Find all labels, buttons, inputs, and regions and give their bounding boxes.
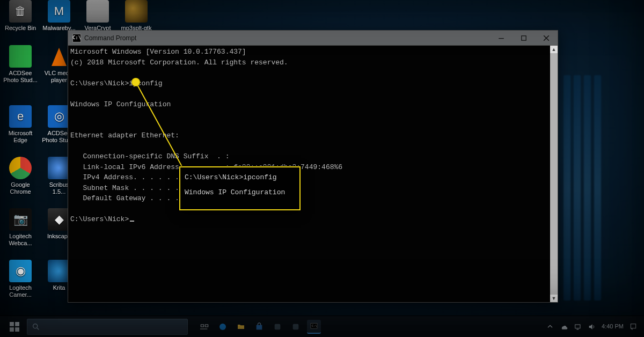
taskbar-clock[interactable]: 4:40 PM — [602, 323, 624, 329]
taskbar-app-edge[interactable] — [216, 320, 230, 334]
desktop-icon-acdsee-photo-stud-[interactable]: ACDSee Photo Stud... — [3, 45, 38, 83]
store-icon — [255, 323, 264, 331]
krita-icon — [48, 260, 70, 282]
volume-icon[interactable] — [588, 323, 596, 331]
edge-icon — [218, 323, 227, 331]
desktop-icon-label: Microsoft Edge — [3, 130, 38, 143]
taskbar-app-store[interactable] — [252, 320, 266, 334]
minimize-icon — [498, 35, 504, 41]
command-prompt-window[interactable]: C:\ Command Prompt Microsoft Windows [Ve… — [68, 30, 558, 303]
desktop-icon-logitech-webca-[interactable]: 📷Logitech Webca... — [3, 208, 38, 246]
terminal-output[interactable]: Microsoft Windows [Version 10.0.17763.43… — [68, 46, 550, 302]
taskbar-search[interactable] — [27, 319, 188, 335]
vlc-icon — [48, 45, 70, 68]
m-icon: M — [48, 0, 70, 23]
window-title: Command Prompt — [84, 34, 136, 42]
system-tray[interactable]: 4:40 PM — [546, 323, 642, 331]
onedrive-icon[interactable] — [560, 323, 568, 331]
close-button[interactable] — [535, 31, 558, 45]
scroll-thumb[interactable] — [550, 53, 558, 295]
scroll-down-arrow[interactable]: ▼ — [550, 295, 558, 302]
taskbar-app-generic2[interactable] — [289, 320, 303, 334]
start-button[interactable] — [2, 316, 27, 337]
svg-rect-0 — [499, 38, 504, 39]
maximize-icon — [521, 35, 527, 41]
tray-chevron-up-icon[interactable] — [546, 323, 554, 331]
svg-rect-18 — [575, 325, 580, 328]
desktop-icon-label: Google Chrome — [3, 181, 38, 195]
zoom-callout: C:\Users\Nick>ipconfig Windows IP Config… — [179, 166, 301, 210]
scroll-up-arrow[interactable]: ▲ — [550, 46, 558, 53]
mp3-icon — [125, 0, 148, 23]
svg-point-12 — [219, 324, 226, 330]
task-view-button[interactable] — [197, 320, 211, 334]
svg-rect-1 — [522, 35, 526, 40]
desktop-icon-label: Recycle Bin — [3, 25, 38, 32]
desktop-icon-veracrypt[interactable]: VeraCrypt — [80, 0, 115, 32]
chrome-icon — [9, 157, 32, 179]
taskbar-app-explorer[interactable] — [234, 320, 248, 334]
minimize-button[interactable] — [490, 31, 513, 45]
desktop-icon-label: ACDSee Photo Stud... — [3, 70, 38, 83]
desktop-icon-label: Logitech Camer... — [3, 284, 38, 298]
svg-rect-5 — [10, 327, 14, 332]
network-icon[interactable] — [574, 323, 582, 331]
svg-rect-13 — [257, 325, 262, 329]
desktop-icon-logitech-camer-[interactable]: ◉Logitech Camer... — [3, 260, 38, 298]
scribus-icon — [48, 157, 70, 179]
acd2-icon: ◎ — [48, 105, 70, 128]
svg-rect-14 — [275, 324, 281, 329]
svg-rect-19 — [576, 329, 579, 329]
taskbar-app-generic1[interactable] — [270, 320, 284, 334]
titlebar[interactable]: C:\ Command Prompt — [68, 31, 558, 46]
callout-line1: C:\Users\Nick>ipconfig — [185, 173, 295, 182]
taskbar[interactable]: C:\ 4:40 PM — [0, 316, 644, 337]
desktop-icon-label: Logitech Webca... — [3, 233, 38, 246]
svg-rect-9 — [201, 325, 203, 327]
scroll-track[interactable] — [550, 53, 558, 295]
windows-logo-icon — [10, 322, 19, 332]
svg-rect-10 — [205, 325, 208, 327]
desktop-icon-google-chrome[interactable]: Google Chrome — [3, 157, 38, 195]
bin-icon: 🗑 — [9, 0, 32, 23]
app-icon — [273, 323, 282, 331]
app-icon — [291, 323, 300, 331]
callout-line2: Windows IP Configuration — [185, 188, 295, 197]
desktop-icon-mp3splt-gtk[interactable]: mp3splt-gtk — [119, 0, 153, 32]
logi-icon: ◉ — [9, 260, 32, 282]
svg-rect-15 — [293, 324, 299, 329]
clock-time: 4:40 PM — [602, 323, 624, 329]
callout-dot — [132, 78, 140, 86]
svg-rect-3 — [10, 322, 14, 326]
desktop-icon-malwareby-[interactable]: MMalwareby... — [42, 0, 76, 32]
close-icon — [543, 35, 550, 41]
svg-point-7 — [33, 324, 38, 328]
desktop-icon-microsoft-edge[interactable]: eMicrosoft Edge — [3, 105, 38, 143]
svg-line-8 — [37, 328, 39, 329]
cam-icon: 📷 — [9, 208, 32, 231]
task-view-icon — [200, 323, 209, 331]
taskbar-app-cmd[interactable]: C:\ — [307, 320, 321, 334]
vertical-scrollbar[interactable]: ▲ ▼ — [550, 46, 558, 302]
svg-rect-20 — [631, 324, 635, 328]
vera-icon — [86, 0, 109, 23]
desktop-icon-recycle-bin[interactable]: 🗑Recycle Bin — [3, 0, 38, 32]
notifications-icon[interactable] — [629, 323, 638, 331]
ink-icon: ◆ — [48, 208, 70, 231]
acd-icon — [9, 45, 32, 68]
svg-rect-4 — [15, 322, 19, 326]
maximize-button[interactable] — [513, 31, 535, 45]
svg-rect-6 — [15, 327, 19, 332]
svg-text:C:\: C:\ — [312, 324, 317, 327]
cmd-title-icon: C:\ — [72, 34, 81, 42]
edge-icon: e — [9, 105, 32, 128]
cmd-icon: C:\ — [310, 322, 318, 331]
search-icon — [32, 323, 40, 331]
folder-icon — [237, 323, 245, 331]
